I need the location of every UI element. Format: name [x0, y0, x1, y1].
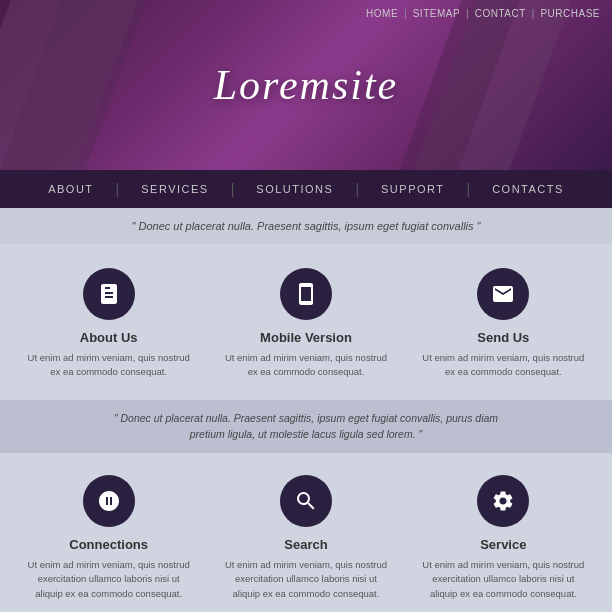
feature-mobile-title: Mobile Version [260, 330, 352, 345]
feature-sendus-title: Send Us [477, 330, 529, 345]
quote2-text: " Donec ut placerat nulla. Praesent sagi… [114, 412, 498, 441]
feature-mobile-desc: Ut enim ad mirim veniam, quis nostrud ex… [221, 351, 391, 380]
site-title: Loremsite [214, 61, 398, 109]
services-section: Connections Ut enim ad mirim veniam, qui… [0, 453, 612, 612]
feature-about-desc: Ut enim ad mirim veniam, quis nostrud ex… [24, 351, 194, 380]
sep3: | [532, 8, 535, 19]
service-connections-desc: Ut enim ad mirim veniam, quis nostrud ex… [24, 558, 194, 601]
features-section: About Us Ut enim ad mirim veniam, quis n… [0, 244, 612, 400]
nav-sitemap[interactable]: SITEMAP [413, 8, 460, 19]
sep2: | [466, 8, 469, 19]
service-search-title: Search [284, 537, 327, 552]
nav-services[interactable]: SERVICES [119, 170, 230, 208]
nav-contacts[interactable]: CONTACTS [470, 170, 586, 208]
feature-mobile: Mobile Version Ut enim ad mirim veniam, … [221, 268, 391, 380]
feature-sendus: Send Us Ut enim ad mirim veniam, quis no… [418, 268, 588, 380]
search-icon [280, 475, 332, 527]
quote1-text: " Donec ut placerat nulla. Praesent sagi… [132, 220, 481, 232]
service-search-desc: Ut enim ad mirim veniam, quis nostrud ex… [221, 558, 391, 601]
service-service: Service Ut enim ad mirim veniam, quis no… [418, 475, 588, 601]
nav-contact[interactable]: CONTACT [475, 8, 526, 19]
main-nav: ABOUT | SERVICES | SOLUTIONS | SUPPORT |… [0, 170, 612, 208]
service-connections: Connections Ut enim ad mirim veniam, qui… [24, 475, 194, 601]
service-search: Search Ut enim ad mirim veniam, quis nos… [221, 475, 391, 601]
quote-banner-1: " Donec ut placerat nulla. Praesent sagi… [0, 208, 612, 244]
quote-banner-2: " Donec ut placerat nulla. Praesent sagi… [0, 400, 612, 454]
top-nav: HOME | SITEMAP | CONTACT | PURCHASE [366, 8, 600, 19]
feature-about-title: About Us [80, 330, 138, 345]
service-service-title: Service [480, 537, 526, 552]
nav-purchase[interactable]: PURCHASE [540, 8, 600, 19]
nav-home[interactable]: HOME [366, 8, 398, 19]
features-grid: About Us Ut enim ad mirim veniam, quis n… [10, 268, 602, 380]
service-service-desc: Ut enim ad mirim veniam, quis nostrud ex… [418, 558, 588, 601]
mobile-icon [280, 268, 332, 320]
sep1: | [404, 8, 407, 19]
service-connections-title: Connections [69, 537, 148, 552]
nav-solutions[interactable]: SOLUTIONS [234, 170, 355, 208]
feature-about: About Us Ut enim ad mirim veniam, quis n… [24, 268, 194, 380]
header: HOME | SITEMAP | CONTACT | PURCHASE Lore… [0, 0, 612, 170]
sendus-icon [477, 268, 529, 320]
settings-icon [477, 475, 529, 527]
feature-sendus-desc: Ut enim ad mirim veniam, quis nostrud ex… [418, 351, 588, 380]
services-grid: Connections Ut enim ad mirim veniam, qui… [10, 475, 602, 601]
nav-support[interactable]: SUPPORT [359, 170, 466, 208]
about-icon [83, 268, 135, 320]
nav-about[interactable]: ABOUT [26, 170, 115, 208]
connections-icon [83, 475, 135, 527]
